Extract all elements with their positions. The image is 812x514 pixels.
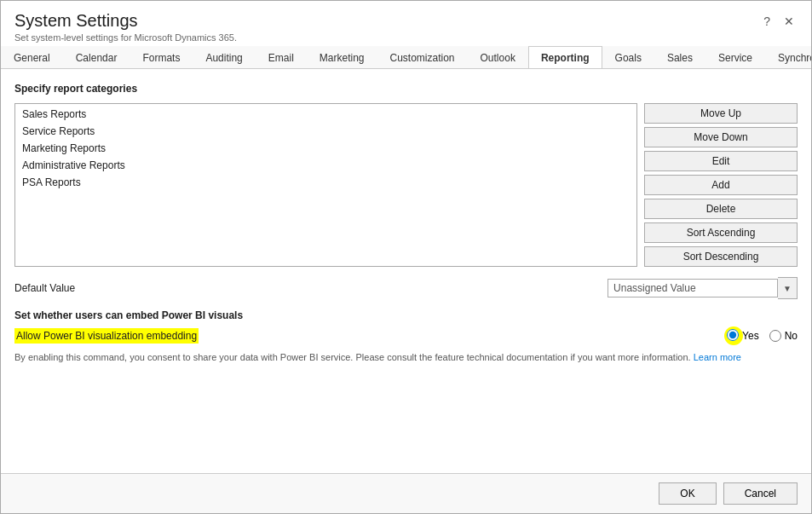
radio-yes-input[interactable] <box>727 329 739 341</box>
radio-yes-label[interactable]: Yes <box>727 329 759 344</box>
tab-service[interactable]: Service <box>705 46 765 69</box>
radio-yes-wrapper <box>727 329 739 344</box>
default-value-row: Default Value Unassigned Value ▼ <box>14 277 798 299</box>
radio-no-text: No <box>785 330 798 342</box>
tab-customization[interactable]: Customization <box>377 46 468 69</box>
tab-auditing[interactable]: Auditing <box>193 46 255 69</box>
move-down-button[interactable]: Move Down <box>644 127 798 147</box>
delete-button[interactable]: Delete <box>644 199 798 219</box>
power-bi-radio-group: Yes No <box>727 329 798 344</box>
tab-formats[interactable]: Formats <box>130 46 193 69</box>
tab-reporting[interactable]: Reporting <box>528 46 602 69</box>
tab-general[interactable]: General <box>1 46 63 69</box>
action-buttons-column: Move Up Move Down Edit Add Delete Sort A… <box>644 103 798 267</box>
content-area: Specify report categories Sales Reports … <box>1 69 811 473</box>
consent-message: By enabling this command, you consent to… <box>14 352 691 362</box>
dialog-subtitle: Set system-level settings for Microsoft … <box>14 32 237 43</box>
radio-yes-text: Yes <box>742 330 759 342</box>
list-item[interactable]: Service Reports <box>17 123 635 140</box>
ok-button[interactable]: OK <box>659 482 716 505</box>
sort-descending-button[interactable]: Sort Descending <box>644 246 798 267</box>
learn-more-link[interactable]: Learn more <box>694 352 741 362</box>
tab-email[interactable]: Email <box>256 46 307 69</box>
report-categories-title: Specify report categories <box>14 83 798 95</box>
tab-sales[interactable]: Sales <box>654 46 705 69</box>
default-value-label: Default Value <box>14 282 75 294</box>
sort-ascending-button[interactable]: Sort Ascending <box>644 222 798 243</box>
title-bar: System Settings Set system-level setting… <box>1 1 811 46</box>
list-item[interactable]: Sales Reports <box>17 106 635 123</box>
tab-goals[interactable]: Goals <box>602 46 654 69</box>
tab-marketing[interactable]: Marketing <box>307 46 377 69</box>
power-bi-row: Allow Power BI visualization embedding Y… <box>14 328 798 344</box>
title-bar-left: System Settings Set system-level setting… <box>14 11 237 43</box>
report-categories-listbox[interactable]: Sales Reports Service Reports Marketing … <box>14 103 637 267</box>
add-button[interactable]: Add <box>644 175 798 195</box>
footer: OK Cancel <box>1 473 811 513</box>
report-categories-area: Sales Reports Service Reports Marketing … <box>14 103 798 267</box>
list-item[interactable]: Marketing Reports <box>17 140 635 157</box>
default-value-select[interactable]: Unassigned Value <box>608 279 778 297</box>
tabs-bar: General Calendar Formats Auditing Email … <box>1 46 811 69</box>
help-button[interactable]: ? <box>760 13 774 30</box>
tab-outlook[interactable]: Outlook <box>468 46 528 69</box>
radio-no-label[interactable]: No <box>769 330 798 342</box>
cancel-button[interactable]: Cancel <box>723 482 798 505</box>
power-bi-section: Set whether users can embed Power BI vis… <box>14 309 798 365</box>
close-button[interactable]: ✕ <box>780 13 798 30</box>
power-bi-label: Allow Power BI visualization embedding <box>14 328 199 344</box>
list-item[interactable]: Administrative Reports <box>17 157 635 174</box>
tab-calendar[interactable]: Calendar <box>63 46 130 69</box>
move-up-button[interactable]: Move Up <box>644 103 798 124</box>
dialog-title: System Settings <box>14 11 237 31</box>
default-value-select-wrapper: Unassigned Value ▼ <box>608 277 798 299</box>
system-settings-dialog: System Settings Set system-level setting… <box>0 0 812 514</box>
title-bar-right: ? ✕ <box>760 11 798 30</box>
tab-synchronization[interactable]: Synchronization <box>765 46 811 69</box>
edit-button[interactable]: Edit <box>644 151 798 171</box>
power-bi-section-title: Set whether users can embed Power BI vis… <box>14 309 798 321</box>
consent-text: By enabling this command, you consent to… <box>14 350 781 365</box>
list-item[interactable]: PSA Reports <box>17 174 635 191</box>
select-dropdown-arrow[interactable]: ▼ <box>778 277 798 299</box>
radio-no-input[interactable] <box>769 330 781 342</box>
